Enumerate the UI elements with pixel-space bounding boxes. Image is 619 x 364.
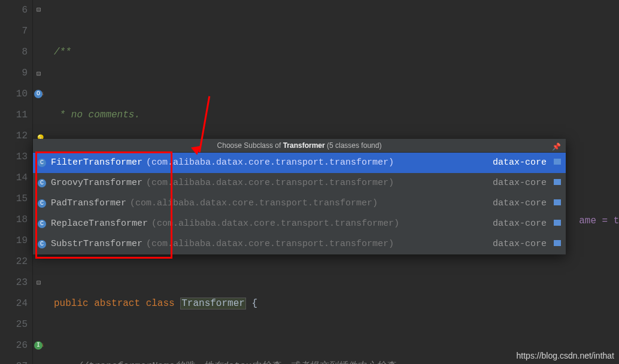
class-icon: C [38,220,46,228]
line-number: 14 [0,168,28,189]
subclass-item[interactable]: CReplaceTransformer(com.alibaba.datax.co… [33,214,566,234]
implements-marker-icon[interactable]: I↓ [34,341,43,350]
popup-list[interactable]: CFilterTransformer(com.alibaba.datax.cor… [33,153,566,254]
line-number: 15 [0,189,28,210]
line-number: 26 [0,335,28,356]
subclass-item[interactable]: CSubstrTransformer(com.alibaba.datax.cor… [33,234,566,254]
subclass-name: PadTransformer [51,193,126,214]
line-number: 12 [0,126,28,147]
fold-toggle-icon[interactable]: ⊟ [37,0,41,21]
override-marker-icon[interactable]: O↓ [34,90,43,98]
subclass-item[interactable]: CFilterTransformer(com.alibaba.datax.cor… [33,153,566,173]
line-number-gutter: 6 7 8 9 10 11 12 13 14 15 18 19 22 23 24… [0,0,33,364]
line-number: 24 [0,293,28,314]
subclass-name: FilterTransformer [51,153,142,173]
class-icon: C [38,199,46,208]
javadoc-line: * no comments. [54,110,140,120]
open-brace: { [246,298,257,309]
background-code-fragment: ame = tr [579,216,619,226]
subclass-package: (com.alibaba.datax.core.transport.transf… [146,234,394,254]
line-number: 19 [0,230,28,251]
module-icon [554,179,561,185]
subclass-module: datax-core [493,153,561,173]
subclass-module: datax-core [493,173,561,193]
line-number: 13 [0,147,28,168]
javadoc-start: /** [54,47,71,57]
subclass-module: datax-core [493,234,561,254]
subclass-item[interactable]: CGroovyTransformer(com.alibaba.datax.cor… [33,173,566,193]
subclass-name: ReplaceTransformer [51,214,148,234]
keyword-abstract: abstract [94,298,145,309]
fold-toggle-icon[interactable]: ⊟ [37,64,41,85]
line-number: 7 [0,21,28,42]
popup-title-classname: Transformer [283,141,325,150]
keyword-class: class [146,298,181,309]
class-icon: C [38,159,46,167]
subclass-name: SubstrTransformer [51,234,142,254]
subclass-package: (com.alibaba.datax.core.transport.transf… [146,153,394,173]
line-number: 11 [0,105,28,126]
subclass-module: datax-core [493,193,561,214]
line-number: 22 [0,251,28,272]
subclass-package: (com.alibaba.datax.core.transport.transf… [151,214,399,234]
keyword-public: public [54,298,94,309]
line-number: 27 [0,356,28,364]
line-number: 23 [0,272,28,293]
line-comment: //transformerName的唯一性在datax中检查，或者提交到插件中心… [54,361,405,364]
module-icon [554,220,561,226]
line-number: 25 [0,314,28,335]
class-name[interactable]: Transformer [180,298,246,310]
pin-icon[interactable]: 📌 [552,140,561,153]
popup-title-bar: Choose Subclass of Transformer (5 classe… [33,139,566,153]
watermark: https://blog.csdn.net/inthat [517,351,614,360]
subclass-chooser-popup[interactable]: Choose Subclass of Transformer (5 classe… [33,139,566,254]
subclass-item[interactable]: CPadTransformer(com.alibaba.datax.core.t… [33,193,566,214]
fold-toggle-icon[interactable]: ⊟ [37,273,41,294]
subclass-package: (com.alibaba.datax.core.transport.transf… [130,193,378,214]
class-icon: C [38,179,46,187]
subclass-module: datax-core [493,214,561,234]
module-icon [554,159,561,165]
line-number: 10 [0,84,28,105]
subclass-name: GroovyTransformer [51,173,142,193]
subclass-package: (com.alibaba.datax.core.transport.transf… [146,173,394,193]
line-number: 18 [0,210,28,230]
module-icon [554,240,561,246]
module-icon [554,199,561,205]
line-number: 9 [0,63,28,84]
popup-title-text: Choose Subclass of [217,141,283,150]
line-number: 6 [0,0,28,21]
annotation-arrow-head [191,146,202,156]
class-icon: C [38,240,46,248]
popup-title-count: (5 classes found) [325,141,382,150]
line-number: 8 [0,42,28,63]
